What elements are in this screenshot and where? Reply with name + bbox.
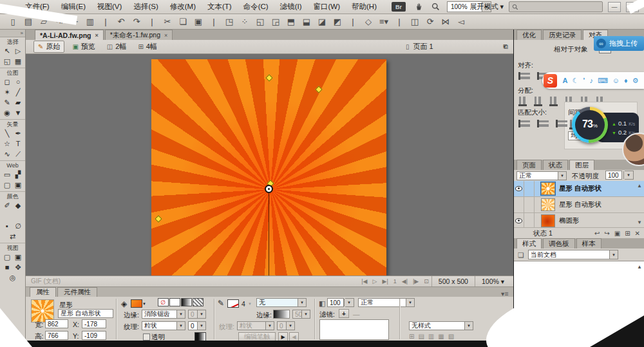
sep[interactable]: | — [99, 16, 113, 28]
layer-row[interactable]: 星形 自动形状 — [514, 181, 644, 197]
drag-upload-button[interactable]: ∞ 拖拽上传 — [594, 36, 644, 51]
object-name-input[interactable]: 星形 自动形状 — [58, 309, 113, 318]
eyedropper-tool[interactable]: ✐ — [2, 200, 13, 211]
show-slices-button[interactable]: ▣ — [13, 180, 24, 190]
menu-item[interactable]: 编辑(E) — [55, 2, 91, 12]
punctuation-icon[interactable]: ’ — [583, 77, 585, 84]
panel-menu-icon[interactable]: ▾≡ — [501, 290, 508, 297]
onion-skin-button[interactable]: ⊡ — [421, 278, 431, 285]
sep[interactable]: | — [392, 16, 406, 28]
panel-collapse-button[interactable]: » — [0, 30, 25, 37]
style-option-icon[interactable]: ▦ — [438, 333, 444, 340]
no-color-button[interactable]: ∅ — [13, 221, 24, 231]
copy-icon[interactable]: ❏ — [176, 16, 190, 28]
match-height-icon[interactable] — [537, 120, 549, 127]
filters-list[interactable] — [319, 319, 389, 340]
menu-item[interactable]: 命令(C) — [238, 2, 274, 12]
frame-number[interactable]: 1 — [391, 278, 399, 285]
hand-icon[interactable] — [413, 2, 426, 12]
layer-row[interactable]: 星形 自动形状 — [514, 197, 644, 213]
zoom-menu-icon[interactable] — [430, 2, 442, 12]
fullscreen-menus-button[interactable]: ▣ — [13, 252, 24, 262]
fill-edge-amount[interactable]: 0▼ — [188, 310, 206, 319]
crop-tool[interactable]: ▦ — [13, 56, 24, 66]
stroke-edge-amount[interactable]: 50▼ — [292, 310, 310, 319]
pointer-tool[interactable]: ↖ — [2, 46, 13, 56]
sogou-logo-icon[interactable]: S — [544, 74, 557, 88]
layer-opacity-input[interactable]: 100 — [605, 171, 622, 180]
panel-tab[interactable]: 样式 — [516, 238, 542, 249]
panel-tab[interactable]: 历史记录 — [543, 30, 582, 40]
panel-tab[interactable]: 页面 — [516, 160, 542, 170]
fill-none-button[interactable]: ∅ — [158, 298, 169, 306]
rewind-state-icon[interactable]: ↩ — [594, 230, 600, 237]
fill-color-well[interactable] — [13, 211, 24, 221]
toolbox-icon[interactable]: ⚙ — [632, 77, 639, 85]
bridge-icon[interactable]: Br — [392, 2, 406, 12]
document-tab[interactable]: *A-Li-AD.fw.png × — [35, 30, 104, 40]
stroke-category-select[interactable]: 无▼ — [256, 298, 307, 307]
eraser-tool[interactable]: ▰ — [13, 97, 24, 108]
bring-forward-icon[interactable]: ⬓ — [299, 16, 314, 28]
send-backward-icon[interactable]: ◪ — [315, 16, 329, 28]
fullscreen-button[interactable]: ■ — [2, 262, 13, 272]
fill-texture-amount[interactable]: 0▼ — [188, 321, 206, 330]
standard-screen-button[interactable]: ▢ — [2, 252, 13, 262]
match-width-icon[interactable] — [518, 120, 530, 127]
styles-source-select[interactable]: 当前文档▼ — [528, 250, 618, 259]
panel-tab[interactable]: 优化 — [516, 30, 542, 40]
layer-blend-mode-select[interactable]: 正常▼ — [516, 171, 567, 180]
flip-horizontal-icon[interactable]: ⋈ — [439, 16, 453, 28]
preview-view-button[interactable]: ▣ 预览 — [68, 41, 99, 52]
style-select[interactable]: 无样式▼ — [409, 321, 473, 330]
opacity-input[interactable]: 100 — [327, 298, 344, 307]
layer-visibility-eye-icon[interactable] — [515, 218, 522, 223]
send-to-back-icon[interactable]: ◩ — [330, 16, 345, 28]
blur-tool[interactable]: ◉ — [2, 108, 13, 118]
voice-input-icon[interactable]: ♪ — [589, 77, 593, 84]
fill-pattern-button[interactable] — [193, 298, 204, 306]
skin-icon[interactable]: ♦ — [624, 77, 628, 84]
match-both-icon[interactable] — [556, 120, 567, 127]
sep[interactable]: | — [145, 16, 159, 28]
distribute-bottom-icon[interactable] — [549, 97, 558, 106]
tween-icon[interactable]: ⁘ — [238, 16, 252, 28]
blend-mode-select[interactable]: 正常▼ — [358, 298, 415, 307]
hotspot-tool[interactable]: ▭ — [2, 169, 13, 180]
sep[interactable]: | — [207, 16, 221, 28]
menu-item[interactable]: 窗口(W) — [307, 2, 346, 12]
magic-wand-tool[interactable]: ✶ — [2, 87, 13, 97]
rubber-stamp-tool[interactable]: ▼ — [13, 108, 24, 118]
menu-item[interactable]: 滤镜(I) — [274, 2, 308, 12]
properties-tab[interactable]: 元件属性 — [57, 287, 97, 297]
stroke-texture-select[interactable]: 粒状▼ — [237, 321, 274, 330]
text-tool[interactable]: T — [13, 138, 24, 149]
add-mask-icon[interactable]: ▣ — [614, 230, 620, 237]
next-frame-button[interactable]: |▶ — [410, 278, 421, 285]
star-shape-tool[interactable]: ☆ — [2, 138, 13, 149]
cut-icon[interactable]: ✂ — [160, 16, 175, 28]
layer-visibility-eye-icon[interactable] — [515, 186, 522, 191]
select-behind-tool[interactable]: ▷ — [13, 46, 24, 56]
stroke-color-swatch[interactable] — [227, 299, 239, 308]
opacity-slider-arrow[interactable]: ▼ — [345, 298, 354, 307]
symbol-icon[interactable]: ◳ — [222, 16, 236, 28]
night-mode-icon[interactable]: ☾ — [572, 77, 578, 85]
hand-tool[interactable]: ✥ — [13, 262, 24, 272]
four-up-view-button[interactable]: ⊞ 4幅 — [134, 41, 161, 52]
y-input[interactable]: -109 — [82, 331, 106, 340]
prev-frame-button[interactable]: ◀| — [399, 278, 410, 285]
panel-tab[interactable]: 调色板 — [543, 238, 575, 249]
workspace-switcher[interactable]: 展开模式 ▾ — [469, 2, 504, 12]
stroke-edge-preview[interactable] — [273, 310, 290, 319]
stroke-texture-amount[interactable]: 0▼ — [277, 321, 295, 330]
add-filter-button[interactable]: + — [339, 309, 349, 318]
distribute-top-icon[interactable] — [518, 97, 527, 106]
scroll-up-icon[interactable]: ▲ — [637, 264, 642, 270]
two-up-view-button[interactable]: ◫ 2幅 — [103, 41, 131, 52]
paste-attributes-icon[interactable]: ◫ — [408, 16, 422, 28]
stroke-color-well[interactable] — [2, 211, 13, 221]
canvas-zoom-select[interactable]: 100% ▾ — [475, 276, 511, 286]
gradient-edit-button[interactable] — [194, 332, 206, 341]
style-option-icon[interactable]: ▧ — [448, 333, 454, 340]
